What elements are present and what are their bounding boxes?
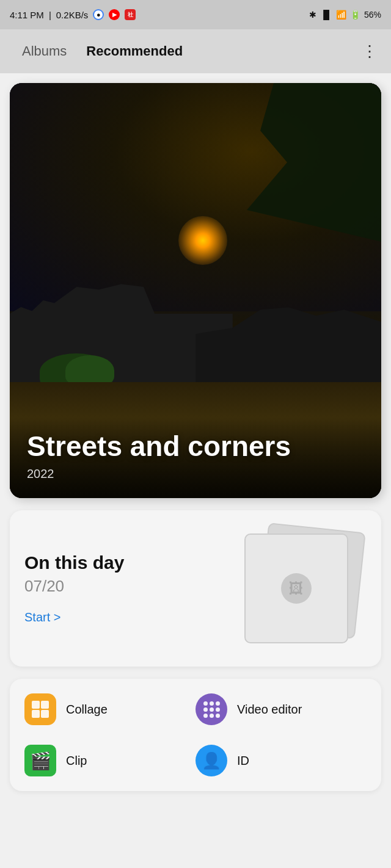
photo-title: Streets and corners [27,431,364,462]
tool-video-editor[interactable]: Video editor [196,693,367,725]
id-icon: 👤 [196,745,227,776]
video-editor-icon [196,693,227,725]
video-editor-label: Video editor [237,703,302,717]
id-label: ID [237,754,249,768]
tool-clip[interactable]: 🎬 Clip [24,745,196,776]
tool-collage[interactable]: Collage [24,693,196,725]
streetlight-glow [178,216,227,265]
video-dots [203,701,219,717]
separator: | [49,10,51,20]
bottom-spacing [10,791,381,852]
photo-card-container: Streets and corners 2022 [10,83,381,498]
wifi-icon: 📶 [336,10,346,20]
tools-grid: Collage Video editor 🎬 Clip [24,693,367,776]
status-right: ✱ ▐▌ 📶 🔋 56% [309,10,381,20]
id-icon-glyph: 👤 [202,751,221,770]
otd-start-button[interactable]: Start > [24,610,124,624]
photo-stack: 🖼 [232,527,367,649]
tool-id[interactable]: 👤 ID [196,745,367,776]
photo-year: 2022 [27,467,364,481]
network-speed: 0.2KB/s [56,10,89,20]
battery-percent: 56% [364,10,381,20]
tab-albums[interactable]: Albums [12,38,76,64]
collage-shape [32,701,49,718]
collage-label: Collage [66,703,108,717]
otd-title: On this day [24,552,124,573]
status-bar: 4:11 PM | 0.2KB/s ● ▶ 社 ✱ ▐▌ 📶 🔋 56% [0,0,391,29]
bluetooth-icon: ✱ [309,10,316,20]
photo-text-overlay: Streets and corners 2022 [10,419,381,498]
tab-recommended[interactable]: Recommended [76,38,192,64]
main-content: Streets and corners 2022 On this day 07/… [0,73,391,852]
clip-label: Clip [66,754,87,768]
collage-icon [24,693,56,725]
building-right [196,273,381,394]
time: 4:11 PM [10,10,44,20]
photo-card[interactable]: Streets and corners 2022 [10,83,381,498]
tools-card: Collage Video editor 🎬 Clip [10,679,381,791]
more-menu-button[interactable]: ⋮ [362,42,379,61]
clip-icon: 🎬 [24,745,56,776]
nav-bar: Albums Recommended ⋮ [0,29,391,73]
otd-date: 07/20 [24,577,124,596]
youtube-icon: ▶ [109,9,120,20]
battery-icon: 🔋 [350,10,360,20]
chrome-icon: ● [93,9,104,20]
clip-icon-glyph: 🎬 [30,751,51,771]
otd-left: On this day 07/20 Start > [24,552,124,624]
app-icon: 社 [125,9,136,20]
status-left: 4:11 PM | 0.2KB/s ● ▶ 社 [10,9,136,20]
photo-placeholder-icon: 🖼 [281,573,312,604]
on-this-day-card: On this day 07/20 Start > 🖼 [10,510,381,667]
photo-placeholder-front: 🖼 [244,533,348,643]
signal-icon: ▐▌ [320,10,332,20]
